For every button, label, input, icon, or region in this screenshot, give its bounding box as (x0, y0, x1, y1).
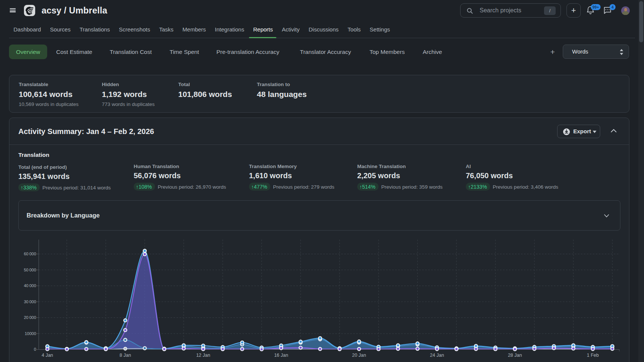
svg-text:1 Feb: 1 Feb (587, 353, 599, 358)
svg-text:16 Jan: 16 Jan (274, 353, 288, 358)
svg-text:20 Jan: 20 Jan (352, 353, 366, 358)
svg-text:50 000: 50 000 (24, 268, 36, 272)
svg-text:0: 0 (34, 347, 36, 352)
svg-text:10000: 10000 (25, 331, 36, 336)
svg-text:20 000: 20 000 (24, 315, 36, 320)
svg-text:12 Jan: 12 Jan (196, 353, 210, 358)
svg-text:4 Jan: 4 Jan (42, 353, 53, 358)
svg-text:60 000: 60 000 (24, 252, 36, 256)
svg-text:8 Jan: 8 Jan (119, 353, 131, 358)
svg-text:28 Jan: 28 Jan (508, 353, 522, 358)
svg-text:40 000: 40 000 (24, 283, 36, 288)
svg-text:24 Jan: 24 Jan (430, 353, 444, 358)
svg-text:30 000: 30 000 (24, 299, 36, 304)
